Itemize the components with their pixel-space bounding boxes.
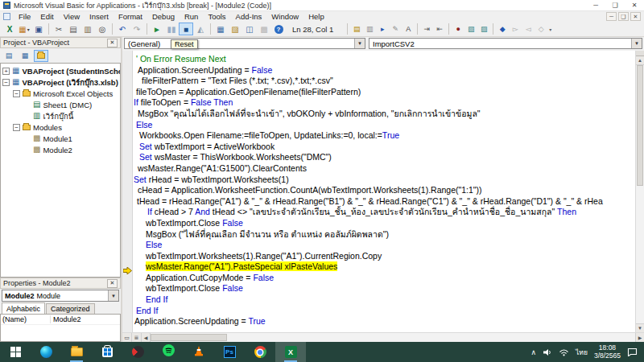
code-editor[interactable]: ' On Error Resume NextApplication.Screen…	[133, 51, 635, 332]
code-line[interactable]: tHead = rHead.Range("A1") & "_" & rHead.…	[133, 196, 635, 208]
code-line[interactable]: ' On Error Resume Next	[133, 54, 635, 65]
menu-format[interactable]: Format	[114, 12, 147, 21]
scroll-up-icon[interactable]: ▲	[636, 56, 644, 65]
toolbox-icon[interactable]: ▩	[257, 23, 271, 35]
code-line[interactable]: Workbooks.Open Filename:=fileToOpen, Upd…	[133, 130, 635, 142]
menu-insert[interactable]: Insert	[85, 12, 114, 21]
menu-addins[interactable]: Add-Ins	[231, 12, 267, 21]
save-icon[interactable]: ▣	[31, 23, 46, 35]
cut-icon[interactable]: ✂	[52, 23, 66, 35]
view-excel-icon[interactable]: X	[2, 23, 17, 35]
code-line[interactable]: fileToOpen = Application.GetOpenFilename…	[133, 87, 635, 98]
find-icon[interactable]: ◎	[95, 23, 109, 35]
code-line[interactable]: wbTextImport.Close False	[133, 218, 635, 229]
action-center-icon[interactable]	[627, 345, 638, 360]
code-line[interactable]: cHead = Application.WorksheetFunction.Co…	[133, 185, 635, 196]
code-line[interactable]: wbTextImport.Close False	[133, 283, 635, 294]
help-icon[interactable]: ?	[271, 23, 286, 35]
collapse-icon[interactable]: −	[13, 90, 20, 97]
property-row[interactable]: (Name)Module2	[1, 315, 120, 325]
parameter-info-icon[interactable]: ✎	[389, 23, 402, 35]
menu-edit[interactable]: Edit	[35, 12, 58, 21]
code-line[interactable]: End If	[133, 306, 635, 317]
next-bookmark-icon[interactable]: ▻	[509, 23, 522, 35]
taskbar-edge[interactable]	[31, 342, 61, 362]
chevron-down-icon[interactable]: ▼	[631, 39, 642, 48]
taskbar-excel[interactable]: X	[275, 342, 306, 362]
split-handle[interactable]	[636, 51, 644, 56]
scroll-right-icon[interactable]: ▶	[635, 333, 644, 342]
code-line[interactable]: Set rHead = wbTextImport.Worksheets(1)	[133, 175, 635, 186]
code-line[interactable]: Set wsMaster = ThisWorkbook.Worksheets("…	[133, 152, 635, 163]
project-close-icon[interactable]: ✕	[107, 39, 118, 47]
code-line[interactable]: Application.ScreenUpdating = False	[133, 65, 635, 76]
mdi-close-icon[interactable]: ✕	[630, 12, 641, 21]
menu-tools[interactable]: Tools	[203, 12, 230, 21]
horizontal-scrollbar[interactable]	[151, 333, 635, 342]
taskbar-dark-circle-app[interactable]	[122, 342, 153, 362]
taskbar-chrome[interactable]	[245, 342, 275, 362]
menu-help[interactable]: Help	[303, 12, 329, 21]
tab-categorized[interactable]: Categorized	[46, 303, 95, 314]
view-object-icon[interactable]: ▦	[18, 50, 32, 62]
previous-bookmark-icon[interactable]: ◅	[522, 23, 535, 35]
taskbar-microsoft-store[interactable]	[92, 342, 122, 362]
scroll-left-icon[interactable]: ◀	[142, 333, 151, 342]
view-code-icon[interactable]: ▤	[2, 50, 16, 62]
toggle-bookmark-icon[interactable]: ◆	[496, 23, 509, 35]
tree-item[interactable]: +▦VBAProject (StudentInSchoolLis	[1, 65, 120, 76]
undo-icon[interactable]: ↶	[115, 23, 130, 35]
object-dropdown[interactable]: (General) ▼	[124, 38, 365, 49]
outdent-icon[interactable]: ⇤	[433, 23, 446, 35]
toggle-breakpoint-icon[interactable]: ●	[452, 23, 464, 35]
chevron-down-icon[interactable]: ▼	[108, 290, 118, 301]
tray-chevron-up-icon[interactable]: ∧	[530, 348, 536, 356]
chevron-down-icon[interactable]: ▼	[354, 39, 365, 48]
clear-bookmarks-icon[interactable]: ◇	[535, 23, 547, 35]
menu-run[interactable]: Run	[180, 12, 203, 21]
code-line[interactable]: If fileToOpen = False Then	[133, 97, 635, 109]
minimize-button[interactable]: ─	[586, 0, 605, 10]
expand-icon[interactable]: +	[2, 68, 10, 75]
mdi-minimize-icon[interactable]: ─	[606, 12, 617, 21]
speaker-icon[interactable]	[543, 345, 552, 360]
code-line[interactable]: fileFilterPattern = "Text Files (*.txt; …	[133, 76, 635, 87]
code-line[interactable]: Set wbTextImport = ActiveWorkbook	[133, 142, 635, 153]
list-constants-icon[interactable]: ▥	[363, 23, 376, 35]
paste-icon[interactable]: ▥	[80, 23, 95, 35]
copy-icon[interactable]: ▤	[66, 23, 80, 35]
collapse-icon[interactable]: −	[2, 79, 10, 86]
indent-icon[interactable]: ⇥	[420, 23, 433, 35]
close-button[interactable]: ✕	[625, 0, 644, 10]
reset-icon[interactable]: ■	[179, 23, 193, 35]
break-icon[interactable]: ▮▮	[164, 23, 179, 35]
collapse-icon[interactable]: −	[13, 124, 20, 131]
tree-item[interactable]: ▥เวิร์กบุ๊กนี้	[1, 110, 120, 121]
tab-alphabetic[interactable]: Alphabetic	[2, 302, 45, 314]
code-line[interactable]: MsgBox "คุณไม่ได้เลือกไฟล์ที่จะนำเข้า", …	[133, 109, 635, 120]
procedure-dropdown[interactable]: ImportCSV2 ▼	[369, 38, 642, 49]
insert-userform-icon[interactable]: ▦▾	[17, 23, 31, 35]
code-line[interactable]: Else	[133, 120, 635, 131]
menu-file[interactable]: File	[14, 12, 35, 21]
run-icon[interactable]: ►	[150, 23, 164, 35]
uncomment-block-icon[interactable]: ▨	[477, 23, 490, 35]
code-line[interactable]: wsMaster.Range("A1:G1500").ClearContents	[133, 163, 635, 175]
comment-block-icon[interactable]: ▧	[464, 23, 477, 35]
properties-close-icon[interactable]: ✕	[107, 279, 118, 288]
start-button[interactable]	[0, 342, 31, 362]
full-module-view-icon[interactable]: ≣	[132, 333, 142, 342]
code-line[interactable]: Else	[133, 240, 635, 251]
menu-window[interactable]: Window	[266, 12, 303, 21]
tree-item[interactable]: −▦VBAProject (เวิร์กบุ๊ก3.xlsb)	[1, 76, 120, 88]
margin-indicator-bar[interactable]	[122, 51, 133, 332]
tree-item[interactable]: −Microsoft Excel Objects	[1, 88, 120, 99]
code-line[interactable]: wsMaster.Range("A1").PasteSpecial xlPast…	[133, 261, 635, 273]
code-line[interactable]: Application.CutCopyMode = False	[133, 273, 635, 284]
tree-item[interactable]: −Modules	[1, 121, 120, 133]
wifi-icon[interactable]	[559, 345, 569, 360]
taskbar-file-explorer[interactable]	[61, 342, 92, 362]
maximize-button[interactable]: ❑	[605, 0, 625, 10]
toggle-folders-icon[interactable]	[34, 50, 48, 62]
code-line[interactable]: If cHead > 7 And tHead <> "เลขประจำตัวนั…	[133, 207, 635, 218]
